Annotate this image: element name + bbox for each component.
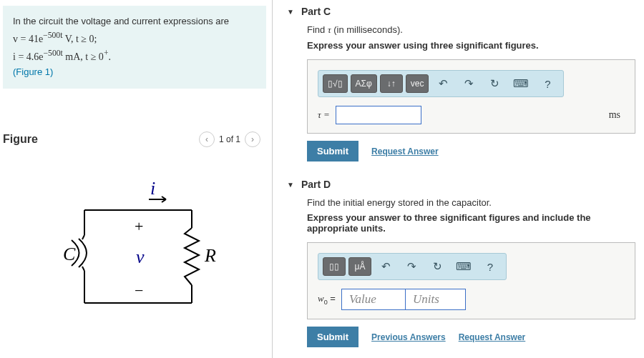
svg-line-1 — [82, 267, 84, 271]
label-minus: − — [135, 282, 143, 299]
label-c: C — [63, 244, 76, 264]
keyboard-button[interactable]: ⌨ — [509, 74, 533, 93]
svg-line-0 — [82, 235, 84, 239]
part-d-request-answer-link[interactable]: Request Answer — [459, 332, 526, 342]
reset-button[interactable]: ↻ — [483, 74, 506, 93]
help-button[interactable]: ? — [479, 257, 502, 276]
subscript-button[interactable]: ↓↑ — [380, 74, 403, 93]
part-d-header[interactable]: ▼ Part D — [287, 176, 635, 197]
problem-intro: In the circuit the voltage and current e… — [13, 14, 256, 29]
figure-title: Figure — [3, 133, 38, 146]
part-d-answer-box: ▯▯ μÅ ↶ ↷ ↻ ⌨ ? w0 = Value Units — [307, 242, 635, 319]
figure-link[interactable]: (Figure 1) — [13, 66, 53, 77]
part-c-prompt: Find τ (in milliseconds). — [307, 24, 635, 36]
part-d-title: Part D — [301, 179, 331, 190]
problem-statement: In the circuit the voltage and current e… — [3, 6, 266, 89]
vec-button[interactable]: vec — [406, 74, 429, 93]
part-c-answer-box: ▯√▯ ΑΣφ ↓↑ vec ↶ ↷ ↻ ⌨ ? τ = ms — [307, 59, 635, 134]
part-c-var-label: τ = — [318, 109, 330, 121]
equation-v: v = 41e−500t V, t ≥ 0; — [13, 29, 256, 47]
templates-button[interactable]: ▯▯ — [323, 257, 346, 276]
part-d-instruct: Express your answer to three significant… — [307, 212, 635, 234]
equation-i: i = 4.6e−500t mA, t ≥ 0+. — [13, 47, 256, 65]
part-d-var-label: w0 = — [318, 293, 336, 306]
part-d-previous-answers-link[interactable]: Previous Answers — [371, 332, 446, 342]
part-d-prompt: Find the initial energy stored in the ca… — [307, 197, 635, 208]
label-i: i — [150, 178, 155, 199]
circuit-diagram: i C R v + − — [42, 160, 228, 324]
undo-button[interactable]: ↶ — [431, 74, 454, 93]
label-v: v — [136, 247, 145, 267]
caret-down-icon: ▼ — [287, 181, 294, 189]
part-c-request-answer-link[interactable]: Request Answer — [371, 146, 439, 156]
figure-next-button[interactable]: › — [245, 131, 260, 147]
part-c-toolbar: ▯√▯ ΑΣφ ↓↑ vec ↶ ↷ ↻ ⌨ ? — [318, 70, 564, 97]
help-button[interactable]: ? — [536, 74, 559, 93]
part-d-toolbar: ▯▯ μÅ ↶ ↷ ↻ ⌨ ? — [318, 253, 507, 280]
part-d-value-input[interactable]: Value — [341, 289, 406, 310]
label-r: R — [204, 245, 216, 266]
part-c-title: Part C — [301, 6, 331, 17]
templates-button[interactable]: ▯√▯ — [323, 74, 348, 93]
part-c-submit-button[interactable]: Submit — [307, 141, 358, 161]
part-c-instruct: Express your answer using three signific… — [307, 40, 635, 51]
figure-prev-button[interactable]: ‹ — [199, 131, 215, 147]
label-plus: + — [135, 217, 143, 235]
caret-down-icon: ▼ — [287, 8, 294, 16]
redo-button[interactable]: ↷ — [400, 257, 423, 276]
units-button[interactable]: μÅ — [348, 257, 371, 276]
figure-pager: ‹ 1 of 1 › — [199, 131, 260, 147]
part-d-submit-button[interactable]: Submit — [307, 327, 358, 347]
part-c-header[interactable]: ▼ Part C — [287, 3, 635, 24]
figure-page-label: 1 of 1 — [219, 134, 240, 144]
part-d-units-input[interactable]: Units — [405, 289, 466, 310]
keyboard-button[interactable]: ⌨ — [452, 257, 476, 276]
reset-button[interactable]: ↻ — [426, 257, 449, 276]
part-c-unit: ms — [609, 109, 625, 121]
part-c-input[interactable] — [336, 106, 421, 124]
undo-button[interactable]: ↶ — [374, 257, 397, 276]
redo-button[interactable]: ↷ — [457, 74, 480, 93]
greek-button[interactable]: ΑΣφ — [351, 74, 377, 93]
